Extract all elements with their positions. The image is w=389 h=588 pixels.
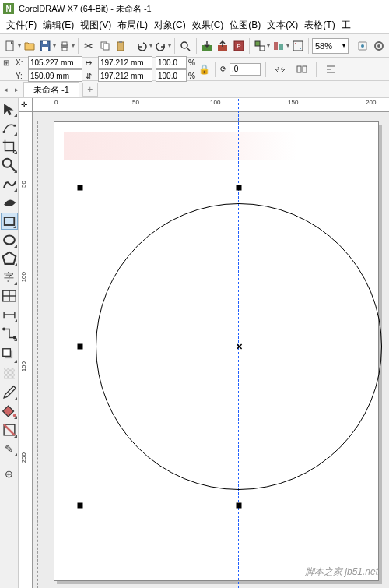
svg-rect-21 bbox=[293, 41, 303, 51]
size-group: ↦ ⇵ bbox=[86, 56, 152, 82]
height-icon: ⇵ bbox=[86, 72, 96, 80]
zoom-value: 58% bbox=[315, 41, 332, 51]
undo-button[interactable] bbox=[135, 37, 149, 55]
menu-bitmap[interactable]: 位图(B) bbox=[230, 19, 261, 32]
ruler-vertical[interactable]: 50 100 150 200 bbox=[19, 112, 33, 588]
drop-shadow-tool[interactable] bbox=[1, 347, 18, 364]
rotation-input[interactable] bbox=[230, 63, 261, 76]
mirror-h-button[interactable] bbox=[271, 60, 289, 79]
open-button[interactable] bbox=[23, 37, 37, 55]
rectangle-tool[interactable] bbox=[1, 213, 18, 230]
dimension-tool[interactable] bbox=[1, 306, 18, 323]
menu-view[interactable]: 视图(V) bbox=[80, 19, 111, 32]
menu-table[interactable]: 表格(T) bbox=[304, 19, 335, 32]
zoom-level-combo[interactable]: 58% ▾ bbox=[312, 38, 349, 54]
selection-handle-bl[interactable] bbox=[78, 503, 83, 509]
outline-tool[interactable]: ✎ bbox=[1, 440, 18, 457]
height-input[interactable] bbox=[98, 69, 152, 82]
wrap-button[interactable] bbox=[321, 60, 340, 79]
crop-tool[interactable] bbox=[1, 138, 18, 155]
y-label-icon bbox=[3, 72, 14, 80]
search-button[interactable] bbox=[178, 37, 193, 55]
print-dropdown[interactable]: ▾ bbox=[72, 42, 75, 49]
scale-y-input[interactable] bbox=[156, 69, 187, 82]
artistic-media-tool[interactable] bbox=[1, 194, 18, 211]
interactive-fill-tool[interactable] bbox=[1, 421, 18, 438]
svg-rect-5 bbox=[62, 42, 67, 45]
options-button[interactable] bbox=[371, 37, 386, 55]
menu-effects[interactable]: 效果(C) bbox=[192, 19, 224, 32]
freehand-tool[interactable] bbox=[1, 175, 18, 192]
connector-tool[interactable] bbox=[1, 325, 18, 342]
eyedropper-tool[interactable] bbox=[1, 384, 18, 401]
selection-handle-tm[interactable] bbox=[237, 185, 242, 191]
width-input[interactable] bbox=[98, 56, 152, 69]
watermark: 脚本之家 jb51.net bbox=[305, 565, 378, 579]
pick-tool[interactable] bbox=[1, 100, 18, 118]
new-button[interactable] bbox=[3, 37, 18, 55]
redo-dropdown[interactable]: ▾ bbox=[168, 42, 171, 49]
svg-point-34 bbox=[4, 236, 15, 245]
lock-ratio-button[interactable]: 🔒 bbox=[198, 64, 210, 75]
menu-edit[interactable]: 编辑(E) bbox=[43, 19, 74, 32]
undo-dropdown[interactable]: ▾ bbox=[149, 42, 152, 49]
svg-rect-10 bbox=[119, 41, 122, 43]
table-tool[interactable] bbox=[1, 287, 18, 305]
welcome-button[interactable] bbox=[291, 37, 306, 55]
ruler-horizontal[interactable]: 0 50 100 150 200 bbox=[33, 98, 389, 112]
paste-button[interactable] bbox=[114, 37, 128, 55]
group-dropdown[interactable]: ▾ bbox=[267, 42, 270, 49]
selection-handle-tl[interactable] bbox=[78, 185, 83, 191]
scale-x-input[interactable] bbox=[156, 56, 187, 69]
import-button[interactable] bbox=[199, 37, 214, 55]
x-label-icon: ⊞ bbox=[3, 58, 14, 67]
cut-button[interactable]: ✂ bbox=[82, 37, 96, 55]
align-dropdown[interactable]: ▾ bbox=[286, 42, 289, 49]
svg-rect-8 bbox=[103, 44, 109, 50]
selection-handle-ml[interactable] bbox=[78, 344, 83, 350]
page[interactable]: ✕ bbox=[54, 121, 379, 581]
save-button[interactable] bbox=[38, 37, 53, 55]
align-button[interactable] bbox=[272, 37, 286, 55]
menu-layout[interactable]: 布局(L) bbox=[117, 19, 148, 32]
ellipse-tool[interactable] bbox=[1, 231, 18, 248]
group-button[interactable] bbox=[253, 37, 268, 55]
zoom-tool[interactable] bbox=[1, 157, 18, 174]
menu-bar: 文件(F) 编辑(E) 视图(V) 布局(L) 对象(C) 效果(C) 位图(B… bbox=[0, 17, 389, 34]
svg-point-23 bbox=[300, 48, 301, 49]
x-position-input[interactable] bbox=[28, 56, 82, 69]
copy-button[interactable] bbox=[97, 37, 112, 55]
canvas-area[interactable]: ✛ 0 50 100 150 200 50 100 150 200 bbox=[19, 98, 389, 588]
snap-button[interactable] bbox=[356, 37, 370, 55]
publish-button[interactable]: P bbox=[231, 37, 246, 55]
polygon-tool[interactable] bbox=[1, 250, 18, 267]
toolbox-options[interactable]: ⊕ bbox=[1, 465, 18, 482]
fill-tool[interactable] bbox=[1, 403, 18, 420]
menu-object[interactable]: 对象(C) bbox=[154, 19, 186, 32]
print-button[interactable] bbox=[58, 37, 72, 55]
new-dropdown[interactable]: ▾ bbox=[18, 42, 21, 49]
tab-scroll-left[interactable]: ◂ bbox=[0, 82, 11, 97]
percent-label-2: % bbox=[188, 72, 195, 80]
add-tab-button[interactable]: + bbox=[82, 83, 98, 97]
document-tab[interactable]: 未命名 -1 bbox=[23, 82, 79, 97]
transparency-tool[interactable] bbox=[1, 365, 18, 382]
menu-text[interactable]: 文本(X) bbox=[267, 19, 298, 32]
width-icon: ↦ bbox=[86, 58, 96, 67]
tab-scroll-right[interactable]: ▸ bbox=[11, 82, 22, 97]
y-position-input[interactable] bbox=[28, 69, 82, 82]
percent-label: % bbox=[188, 58, 195, 67]
ruler-origin[interactable]: ✛ bbox=[19, 98, 33, 112]
redo-button[interactable] bbox=[154, 37, 169, 55]
selection-center[interactable]: ✕ bbox=[236, 342, 243, 352]
shape-tool[interactable] bbox=[1, 119, 18, 136]
export-button[interactable] bbox=[216, 37, 230, 55]
mirror-v-button[interactable] bbox=[293, 60, 311, 79]
text-tool[interactable]: 字 bbox=[1, 269, 18, 286]
menu-file[interactable]: 文件(F) bbox=[6, 19, 37, 32]
svg-text:P: P bbox=[237, 43, 240, 50]
selection-handle-bm[interactable] bbox=[237, 503, 242, 509]
page-margin-guide bbox=[37, 121, 38, 588]
menu-tools[interactable]: 工 bbox=[342, 19, 351, 32]
save-dropdown[interactable]: ▾ bbox=[53, 42, 56, 49]
